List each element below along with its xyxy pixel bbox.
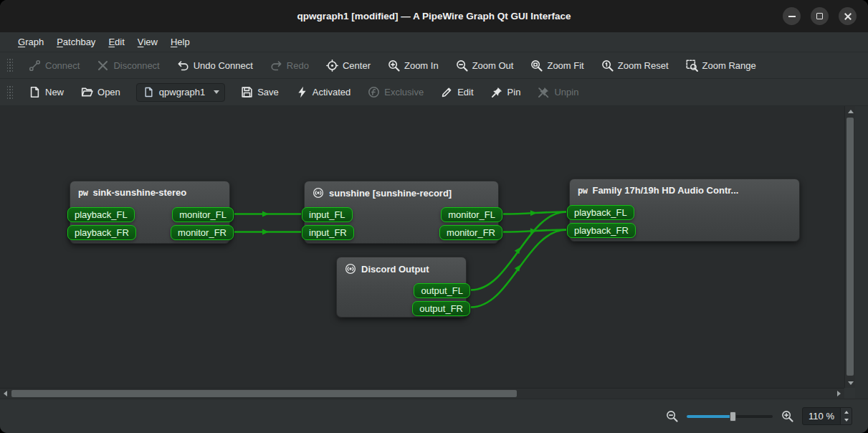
horizontal-scrollbar[interactable]: [0, 388, 844, 399]
menu-edit-label-rest: dit: [115, 37, 125, 47]
port-playback-fl[interactable]: playback_FL: [567, 205, 634, 220]
port-playback-fr[interactable]: playback_FR: [67, 225, 136, 240]
zoom-in-icon[interactable]: [781, 410, 793, 422]
patchbay-file-icon: [143, 87, 154, 97]
media-node-icon: [313, 187, 324, 199]
patchbay-file-combo[interactable]: qpwgraph1: [136, 83, 225, 102]
port-output-fl[interactable]: output_FL: [414, 283, 470, 298]
center-icon: [326, 60, 338, 72]
scroll-up-arrow[interactable]: [845, 106, 856, 116]
menu-edit-label: E: [108, 37, 115, 47]
zoom-range-button[interactable]: Zoom Range: [679, 55, 763, 75]
open-folder-icon: [81, 86, 93, 98]
menu-view[interactable]: View: [131, 32, 164, 52]
node-sink-sunshine-stereo[interactable]: pw sink-sunshine-stereo playback_FL play…: [70, 181, 230, 244]
menu-edit[interactable]: Edit: [102, 32, 130, 52]
zoom-in-button[interactable]: Zoom In: [381, 55, 446, 75]
scroll-down-arrow[interactable]: [845, 378, 856, 388]
menu-patchbay[interactable]: Patchbay: [50, 32, 102, 52]
node-title: pw sink-sunshine-stereo: [70, 181, 229, 198]
port-monitor-fr[interactable]: monitor_FR: [439, 225, 502, 240]
redo-icon: [270, 60, 282, 72]
activated-bolt-icon: [296, 86, 308, 98]
node-discord-output[interactable]: Discord Output output_FL output_FR: [336, 257, 467, 318]
vertical-scrollbar[interactable]: [844, 106, 855, 388]
zoom-reset-icon: [601, 60, 614, 72]
vertical-scroll-thumb[interactable]: [846, 118, 854, 376]
zoom-out-icon[interactable]: [666, 410, 678, 422]
zoom-in-label: Zoom In: [404, 60, 439, 71]
new-button[interactable]: New: [22, 82, 71, 103]
zoom-spinbox[interactable]: 110 %: [802, 407, 852, 425]
node-title-text: sunshine [sunshine-record]: [329, 188, 452, 199]
minimize-icon: [788, 16, 796, 17]
graph-view: pw sink-sunshine-stereo playback_FL play…: [0, 106, 868, 399]
toolbar-drag-handle[interactable]: [7, 85, 13, 100]
undo-connect-button[interactable]: Undo Connect: [170, 55, 260, 75]
triangle-left-icon: [4, 391, 7, 396]
graph-canvas[interactable]: pw sink-sunshine-stereo playback_FL play…: [0, 106, 844, 388]
close-button[interactable]: [839, 7, 857, 25]
menu-patchbay-label-rest: atchbay: [63, 37, 96, 47]
exclusive-icon: [368, 86, 380, 98]
scroll-right-arrow[interactable]: [834, 389, 844, 399]
undo-connect-label: Undo Connect: [194, 60, 253, 71]
media-node-icon: [345, 263, 356, 275]
zoom-value[interactable]: 110 %: [803, 408, 840, 424]
redo-label: Redo: [287, 60, 309, 71]
zoom-fit-button[interactable]: Zoom Fit: [523, 55, 591, 75]
zoom-slider-handle[interactable]: [730, 411, 736, 422]
new-label: New: [45, 87, 64, 97]
pin-label: Pin: [507, 87, 521, 97]
maximize-button[interactable]: [811, 7, 829, 25]
node-title-text: Discord Output: [361, 264, 429, 275]
menu-graph[interactable]: Graph: [11, 32, 50, 52]
zoom-out-button[interactable]: Zoom Out: [449, 55, 521, 75]
zoom-slider[interactable]: [687, 410, 773, 423]
new-file-icon: [29, 86, 41, 98]
zoom-spin-buttons: [840, 408, 852, 424]
edit-button[interactable]: Edit: [434, 82, 480, 103]
node-title: sunshine [sunshine-record]: [305, 181, 498, 199]
horizontal-scroll-thumb[interactable]: [11, 390, 517, 397]
zoom-out-icon: [456, 60, 468, 72]
exclusive-toggle: Exclusive: [361, 82, 431, 103]
zoom-spin-up[interactable]: [841, 408, 852, 417]
port-monitor-fl[interactable]: monitor_FL: [441, 207, 502, 222]
titlebar: qpwgraph1 [modified] — A PipeWire Graph …: [0, 0, 868, 32]
port-output-fr[interactable]: output_FR: [412, 301, 470, 316]
open-button[interactable]: Open: [74, 82, 128, 103]
zoom-range-label: Zoom Range: [702, 60, 756, 71]
scrollbar-corner: [844, 388, 855, 399]
undo-icon: [177, 60, 189, 72]
disconnect-icon: [97, 60, 109, 72]
pin-icon: [491, 86, 503, 98]
port-playback-fr[interactable]: playback_FR: [567, 223, 636, 238]
disconnect-button: Disconnect: [90, 55, 166, 75]
edit-label: Edit: [457, 87, 473, 97]
window-title: qpwgraph1 [modified] — A PipeWire Graph …: [297, 11, 571, 22]
menu-view-label: V: [138, 37, 144, 47]
zoom-reset-button[interactable]: Zoom Reset: [594, 55, 676, 75]
node-sunshine-record[interactable]: sunshine [sunshine-record] input_FL inpu…: [304, 181, 499, 244]
center-button[interactable]: Center: [319, 55, 378, 75]
zoom-spin-down[interactable]: [841, 417, 852, 425]
activated-toggle[interactable]: Activated: [289, 82, 358, 103]
toolbar-drag-handle[interactable]: [7, 57, 13, 73]
menu-help[interactable]: Help: [164, 32, 196, 52]
triangle-up-icon: [848, 110, 854, 113]
open-label: Open: [97, 87, 120, 97]
port-monitor-fl[interactable]: monitor_FL: [172, 207, 234, 222]
save-button[interactable]: Save: [234, 82, 286, 103]
node-family-hd-audio[interactable]: pw Family 17h/19h HD Audio Contr... play…: [569, 179, 800, 242]
port-playback-fl[interactable]: playback_FL: [67, 207, 135, 222]
triangle-down-icon: [848, 381, 854, 385]
pin-button[interactable]: Pin: [484, 82, 528, 103]
minimize-button[interactable]: [783, 7, 801, 25]
port-input-fl[interactable]: input_FL: [302, 207, 353, 222]
triangle-right-icon: [837, 391, 841, 396]
port-input-fr[interactable]: input_FR: [302, 225, 354, 240]
connect-label: Connect: [45, 60, 80, 71]
port-monitor-fr[interactable]: monitor_FR: [171, 225, 234, 240]
scroll-left-arrow[interactable]: [0, 389, 11, 399]
